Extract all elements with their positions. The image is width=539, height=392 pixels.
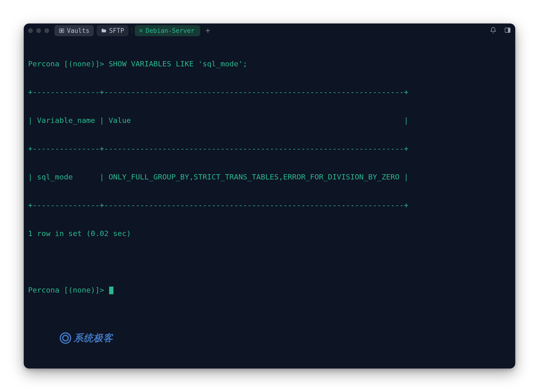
- sql-prompt: Percona [(none)]>: [28, 59, 109, 68]
- svg-point-2: [61, 30, 62, 31]
- terminal-line: Percona [(none)]>: [28, 285, 511, 295]
- tab-divider: [131, 27, 132, 34]
- watermark-logo-icon: [60, 332, 71, 344]
- window-controls: [28, 28, 49, 33]
- panel-toggle-button[interactable]: [503, 26, 512, 35]
- add-tab-button[interactable]: [203, 26, 213, 35]
- close-tab-icon[interactable]: [139, 28, 143, 33]
- bell-icon: [490, 27, 497, 35]
- notifications-button[interactable]: [489, 26, 498, 35]
- svg-rect-8: [508, 28, 510, 33]
- terminal-line: +---------------+-----------------------…: [28, 87, 511, 97]
- terminal-line: +---------------+-----------------------…: [28, 201, 511, 210]
- terminal-line: | sql_mode | ONLY_FULL_GROUP_BY,STRICT_T…: [28, 172, 511, 182]
- tab-sftp-label: SFTP: [109, 27, 124, 34]
- tab-vaults[interactable]: Vaults: [54, 25, 94, 36]
- tab-debian-label: Debian-Server: [146, 27, 195, 34]
- folder-icon: [101, 28, 107, 34]
- close-window-button[interactable]: [28, 28, 33, 33]
- terminal-line: [28, 257, 511, 266]
- terminal-cursor: [109, 287, 113, 294]
- tab-debian-server[interactable]: Debian-Server: [135, 25, 200, 36]
- terminal-line: 1 row in set (0.02 sec): [28, 229, 511, 238]
- sidebar-icon: [504, 27, 511, 35]
- window-titlebar: Vaults SFTP Debian-Server: [24, 23, 515, 38]
- watermark: 系统极客: [60, 331, 113, 345]
- terminal-viewport[interactable]: Percona [(none)]> SHOW VARIABLES LIKE 's…: [24, 38, 515, 369]
- tab-vaults-label: Vaults: [67, 27, 89, 34]
- sql-prompt: Percona [(none)]>: [28, 286, 109, 294]
- vault-icon: [59, 28, 64, 34]
- tab-sftp[interactable]: SFTP: [97, 25, 129, 36]
- terminal-line: | Variable_name | Value |: [28, 116, 511, 125]
- watermark-text: 系统极客: [74, 331, 113, 345]
- terminal-window: Vaults SFTP Debian-Server: [24, 23, 515, 369]
- sql-command: SHOW VARIABLES LIKE 'sql_mode';: [109, 59, 247, 68]
- zoom-window-button[interactable]: [44, 28, 49, 33]
- terminal-line: +---------------+-----------------------…: [28, 144, 511, 153]
- minimize-window-button[interactable]: [36, 28, 41, 33]
- terminal-line: Percona [(none)]> SHOW VARIABLES LIKE 's…: [28, 59, 511, 69]
